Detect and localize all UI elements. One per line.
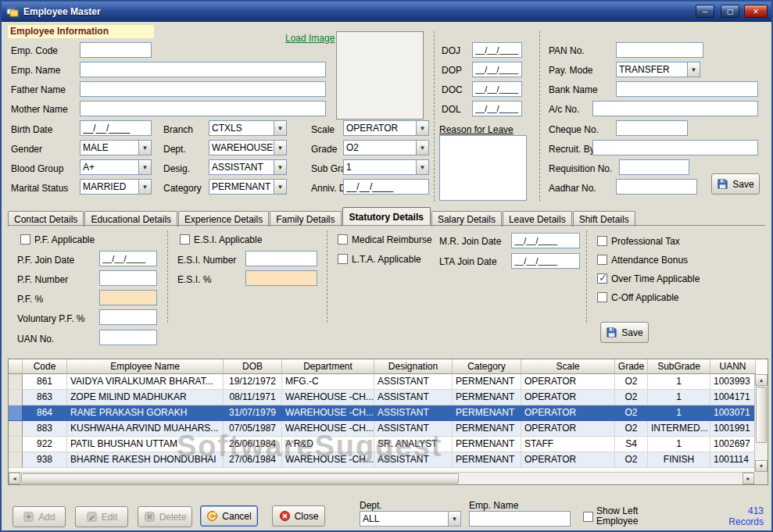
table-row[interactable]: 883KUSHWAHA ARVIND MUAHARS...07/05/1987W… [9,421,756,437]
category-select[interactable]: PERMENANT ▼ [209,179,287,195]
row-header[interactable] [9,390,23,405]
pf-pct-input[interactable] [99,290,157,305]
pf-number-input[interactable] [99,270,157,286]
table-cell-subgrade[interactable]: 1 [648,390,710,405]
mother-name-input[interactable] [80,101,326,116]
pan-input[interactable] [616,42,703,58]
table-cell-grade[interactable]: O2 [615,405,648,421]
dop-input[interactable] [472,62,522,77]
scroll-left-icon[interactable]: ◄ [9,473,20,484]
column-header[interactable]: SubGrade [648,359,710,374]
column-header[interactable]: UANN [710,359,756,374]
table-cell-uan[interactable]: 1001114 [710,452,756,468]
table-cell-dept[interactable]: A R&D [282,437,374,452]
row-header[interactable] [9,374,23,390]
reason-for-leave-textarea[interactable] [439,135,527,201]
row-header[interactable] [9,452,23,468]
table-cell-name[interactable]: BHARNE RAKESH DHONDUBHAI [67,452,224,468]
father-name-input[interactable] [80,81,326,97]
table-cell-code[interactable]: 883 [23,421,67,437]
c-off-applicable-checkbox[interactable] [597,292,607,302]
pf-applicable-checkbox[interactable] [20,234,30,245]
add-button[interactable]: Add [13,506,66,527]
bank-name-input[interactable] [616,81,758,97]
row-header-corner[interactable] [9,359,23,374]
column-header[interactable]: Code [23,359,67,374]
table-cell-name[interactable]: VAIDYA VIRALKUMAR BHARAT... [67,374,224,390]
table-cell-grade[interactable]: O2 [615,421,648,437]
emp-code-input[interactable] [80,42,152,58]
table-cell-category[interactable]: PERMENANT [453,452,521,468]
table-cell-desig[interactable]: ASSISTANT [374,452,453,468]
table-cell-scale[interactable]: OPERATOR [521,421,615,437]
show-left-employee-checkbox[interactable] [583,512,593,522]
table-cell-category[interactable]: PERMENANT [453,421,521,437]
table-cell-code[interactable]: 922 [23,437,67,452]
table-cell-name[interactable]: ZOPE MILIND MADHUKAR [67,390,224,405]
table-cell-subgrade[interactable]: 1 [648,437,710,452]
table-cell-code[interactable]: 938 [23,452,67,468]
branch-select[interactable]: CTXLS ▼ [209,120,287,136]
table-row[interactable]: 861VAIDYA VIRALKUMAR BHARAT...19/12/1972… [9,374,756,390]
tab-statutory-details[interactable]: Statutory Details [342,207,431,225]
doc-input[interactable] [472,81,522,97]
minimize-button[interactable]: ─ [696,5,714,18]
table-cell-subgrade[interactable]: FINISH [648,452,710,468]
close-button[interactable]: Close [272,505,325,527]
load-image-link[interactable]: Load Image [285,33,335,44]
ac-no-input[interactable] [592,101,758,116]
tab-educational-details[interactable]: Educational Details [84,211,177,227]
scale-select[interactable]: OPERATOR ▼ [343,120,429,136]
esi-pct-input[interactable] [245,270,317,286]
table-cell-dept[interactable]: MFG.-C [282,374,374,390]
reason-for-leave-link[interactable]: Reason for Leave [439,124,514,135]
table-cell-scale[interactable]: OPERATOR [521,405,615,421]
column-header[interactable]: Grade [615,359,648,374]
tab-experience-details[interactable]: Experience Details [178,211,269,227]
blood-group-select[interactable]: A+ ▼ [80,159,152,175]
table-cell-dept[interactable]: WAREHOUSE -CH... [282,405,374,421]
column-header[interactable]: Department [282,359,374,374]
table-cell-uan[interactable]: 1002697 [710,437,756,452]
table-row[interactable]: 864RANE PRAKASH GORAKH31/07/1979WAREHOUS… [9,405,756,421]
table-cell-dob[interactable]: 26/06/1984 [224,437,282,452]
over-time-applicable-checkbox[interactable] [597,273,607,284]
marital-status-select[interactable]: MARRIED ▼ [80,179,152,195]
requisition-no-input[interactable] [619,159,689,175]
row-header[interactable] [9,421,23,437]
table-cell-grade[interactable]: O2 [615,390,648,405]
scroll-right-icon[interactable]: ► [743,473,754,484]
cancel-button[interactable]: Cancel [200,505,258,527]
table-cell-dob[interactable]: 27/06/1984 [224,452,282,468]
medical-reimburse-checkbox[interactable] [338,234,348,245]
dept-select[interactable]: WAREHOUSE -C ▼ [209,140,287,155]
esi-number-input[interactable] [245,251,317,266]
attendance-bonus-checkbox[interactable] [597,255,607,265]
table-cell-category[interactable]: PERMENANT [453,437,521,452]
grade-select[interactable]: O2 ▼ [343,140,429,155]
table-cell-desig[interactable]: ASSISTANT [374,374,453,390]
lta-join-date-input[interactable] [511,253,580,269]
table-cell-scale[interactable]: STAFF [521,437,615,452]
table-cell-scale[interactable]: OPERATOR [521,390,615,405]
table-cell-desig[interactable]: SR. ANALYST [374,437,453,452]
table-cell-name[interactable]: RANE PRAKASH GORAKH [67,405,224,421]
table-cell-name[interactable]: KUSHWAHA ARVIND MUAHARS... [67,421,224,437]
column-header[interactable]: Designation [374,359,453,374]
mr-join-date-input[interactable] [511,233,580,248]
table-cell-category[interactable]: PERMENANT [453,405,521,421]
table-cell-desig[interactable]: ASSISTANT [374,405,453,421]
table-cell-category[interactable]: PERMENANT [453,374,521,390]
esi-applicable-checkbox[interactable] [180,234,190,245]
delete-button[interactable]: Delete [138,506,192,527]
desig-select[interactable]: ASSISTANT ▼ [209,159,287,175]
tab-leave-details[interactable]: Leave Details [503,211,572,227]
table-cell-desig[interactable]: ASSISTANT [374,390,453,405]
grid-vertical-scrollbar[interactable]: ▲ ▼ [754,374,768,472]
column-header[interactable]: Scale [521,359,615,374]
table-cell-scale[interactable]: OPERATOR [521,452,615,468]
scroll-up-icon[interactable]: ▲ [755,374,768,386]
lta-applicable-checkbox[interactable] [338,254,348,264]
column-header[interactable]: Employee Name [67,359,224,374]
table-cell-code[interactable]: 861 [23,374,67,390]
